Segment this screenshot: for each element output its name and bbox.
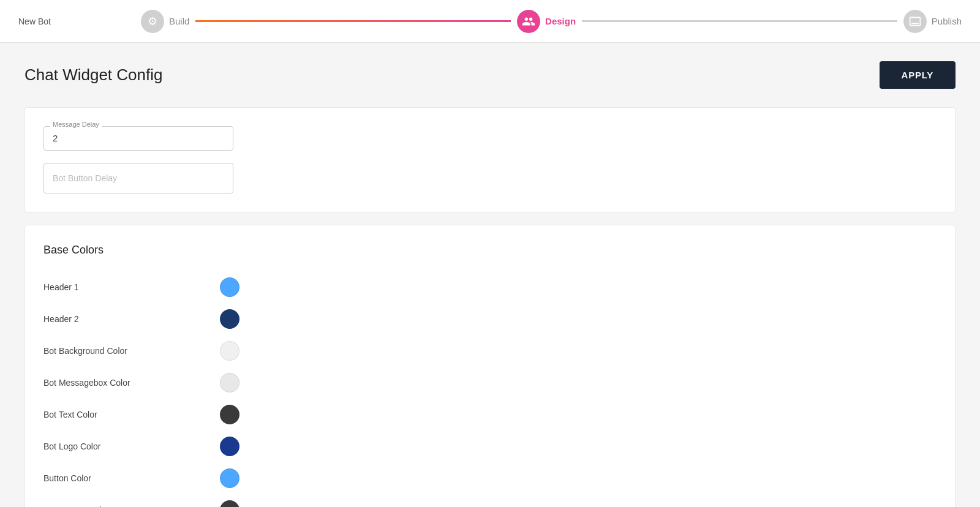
form-section: Message Delay Bot Button Delay: [24, 107, 956, 212]
colors-section-title: Base Colors: [43, 244, 937, 257]
message-delay-wrapper: Message Delay: [43, 126, 233, 151]
color-label: Bot Logo Color: [43, 441, 100, 451]
main-content: Chat Widget Config APPLY Message Delay B…: [0, 43, 980, 507]
build-icon: ⚙: [141, 10, 164, 33]
nav-steps: ⚙ Build Design Publish: [141, 10, 962, 33]
color-row: Button Text Color: [43, 494, 239, 507]
nav-step-design[interactable]: Design: [517, 10, 576, 33]
bot-name: New Bot: [18, 17, 141, 26]
color-swatch[interactable]: [220, 277, 239, 297]
color-swatch[interactable]: [220, 373, 239, 392]
nav-step-build[interactable]: ⚙ Build: [141, 10, 189, 33]
color-swatch[interactable]: [220, 341, 239, 361]
color-swatch[interactable]: [220, 437, 239, 456]
page-title: Chat Widget Config: [24, 66, 162, 85]
color-row: Bot Text Color: [43, 399, 239, 430]
nav-step-publish[interactable]: Publish: [903, 10, 962, 33]
bot-button-delay-wrapper: Bot Button Delay: [43, 163, 233, 193]
color-row: Bot Background Color: [43, 335, 239, 367]
color-swatch[interactable]: [220, 405, 239, 424]
color-label: Header 2: [43, 314, 79, 324]
color-swatch[interactable]: [220, 468, 239, 488]
color-row: Bot Logo Color: [43, 430, 239, 462]
color-label: Button Color: [43, 473, 91, 483]
message-delay-label: Message Delay: [50, 121, 102, 128]
color-label: Bot Messagebox Color: [43, 378, 130, 388]
color-row: Button Color: [43, 462, 239, 494]
build-label: Build: [169, 16, 189, 26]
top-nav: New Bot ⚙ Build Design Publis: [0, 0, 980, 43]
color-rows: Header 1Header 2Bot Background ColorBot …: [43, 271, 937, 507]
color-row: Bot Messagebox Color: [43, 367, 239, 399]
design-icon: [517, 10, 540, 33]
color-label: Header 1: [43, 282, 79, 292]
bot-button-delay-field: Bot Button Delay: [43, 163, 937, 193]
message-delay-field: Message Delay: [43, 126, 937, 151]
color-swatch[interactable]: [220, 500, 239, 507]
color-row: Header 2: [43, 303, 239, 335]
step-line-build-design: [195, 20, 511, 22]
publish-label: Publish: [932, 16, 962, 26]
color-row: Header 1: [43, 271, 239, 303]
color-label: Bot Background Color: [43, 346, 127, 356]
bot-button-delay-placeholder: Bot Button Delay: [53, 173, 117, 183]
design-label: Design: [545, 16, 576, 26]
color-label: Bot Text Color: [43, 410, 97, 419]
step-line-design-publish: [582, 20, 897, 22]
message-delay-input[interactable]: [53, 133, 224, 143]
publish-icon: [903, 10, 927, 33]
color-swatch[interactable]: [220, 309, 239, 329]
colors-section: Base Colors Header 1Header 2Bot Backgrou…: [24, 225, 956, 507]
apply-button[interactable]: APPLY: [880, 61, 956, 89]
page-header: Chat Widget Config APPLY: [24, 61, 956, 89]
